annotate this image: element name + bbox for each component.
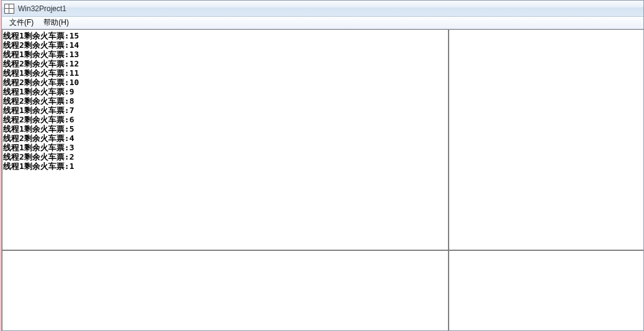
- pane-bottom-right: [449, 250, 643, 330]
- output-line: 线程1剩余火车票:3: [2, 143, 448, 152]
- pane-bottom-left: [2, 250, 449, 330]
- output-line: 线程2剩余火车票:10: [2, 78, 448, 87]
- client-area: 线程1剩余火车票:15 线程2剩余火车票:14 线程1剩余火车票:13 线程2剩…: [2, 29, 643, 330]
- output-line: 线程2剩余火车票:14: [2, 40, 448, 50]
- window-title: Win32Project1: [18, 4, 66, 13]
- pane-top-right: [449, 29, 643, 250]
- output-line: 线程1剩余火车票:15: [2, 31, 448, 40]
- output-line: 线程2剩余火车票:6: [2, 115, 448, 124]
- output-line: 线程2剩余火车票:12: [2, 59, 448, 68]
- menu-help[interactable]: 帮助(H): [38, 16, 74, 29]
- output-line: 线程2剩余火车票:8: [2, 96, 448, 106]
- output-line: 线程1剩余火车票:11: [2, 68, 448, 78]
- output-line: 线程1剩余火车票:7: [2, 106, 448, 115]
- menu-file[interactable]: 文件(F): [4, 16, 38, 29]
- output-line: 线程2剩余火车票:2: [2, 152, 448, 161]
- output-line: 线程1剩余火车票:13: [2, 50, 448, 59]
- menu-bar: 文件(F) 帮助(H): [2, 17, 643, 29]
- output-line: 线程1剩余火车票:1: [2, 161, 448, 171]
- main-window: Win32Project1 文件(F) 帮助(H) 线程1剩余火车票:15 线程…: [1, 0, 644, 331]
- output-line: 线程1剩余火车票:9: [2, 87, 448, 96]
- output-line: 线程2剩余火车票:4: [2, 134, 448, 143]
- title-bar[interactable]: Win32Project1: [2, 1, 643, 17]
- output-pane: 线程1剩余火车票:15 线程2剩余火车票:14 线程1剩余火车票:13 线程2剩…: [2, 29, 449, 250]
- app-icon: [4, 4, 14, 14]
- output-line: 线程1剩余火车票:5: [2, 124, 448, 134]
